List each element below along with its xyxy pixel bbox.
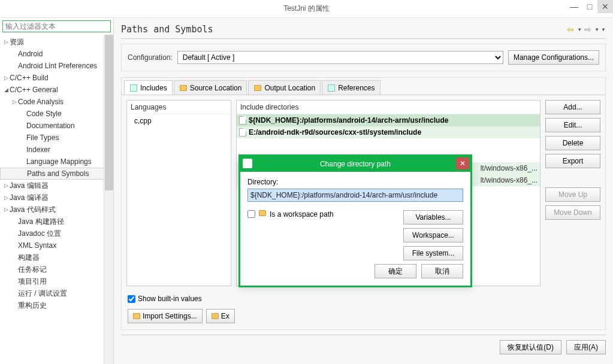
tree-item-label: 运行 / 调试设置 [18, 289, 67, 299]
show-builtin-row: Show built-in values [122, 291, 605, 307]
tree-item[interactable]: Javadoc 位置 [0, 228, 113, 239]
tree-item[interactable]: ◢C/C++ General [0, 84, 113, 96]
delete-button[interactable]: Delete [545, 136, 600, 150]
tree-item-label: 构建器 [18, 253, 40, 263]
apply-button[interactable]: 应用(A) [566, 340, 606, 354]
tree-item[interactable]: 运行 / 调试设置 [0, 287, 113, 299]
tree-item[interactable]: Paths and Symbols [0, 168, 113, 180]
scrollbar[interactable] [104, 35, 113, 364]
workspace-path-checkbox[interactable] [247, 210, 255, 218]
tree-item[interactable]: 任务标记 [0, 263, 113, 275]
view-menu-icon[interactable]: ▼ [601, 27, 606, 32]
tree-item-label: Java 编译器 [10, 193, 49, 203]
tree-item[interactable]: Language Mappings [0, 156, 113, 168]
directory-input[interactable] [247, 189, 463, 202]
configuration-select[interactable]: Default [ Active ] [177, 51, 503, 64]
properties-tree[interactable]: ▷资源AndroidAndroid Lint Preferences▷C/C++… [0, 35, 113, 364]
tree-item-label: Code Style [26, 110, 62, 118]
folder-icon [133, 313, 140, 319]
tree-item[interactable]: ▷C/C++ Build [0, 72, 113, 84]
languages-header: Languages [127, 101, 231, 114]
tree-item-label: Java 代码样式 [10, 205, 56, 215]
modal-cancel-button[interactable]: 取消 [421, 264, 463, 278]
maximize-button[interactable]: □ [582, 0, 597, 13]
expand-icon: ▷ [11, 99, 18, 105]
file-system-button[interactable]: File system... [403, 246, 463, 260]
tree-item[interactable]: ▷Java 编辑器 [0, 180, 113, 192]
expand-icon: ▷ [2, 195, 10, 201]
nav-icons: ⇦▼ ⇨▼ ▼ [566, 25, 606, 34]
modal-close-button[interactable]: ✕ [456, 157, 469, 169]
restore-defaults-button[interactable]: 恢复默认值(D) [500, 340, 561, 354]
window-titlebar: TestJni 的属性 — □ ✕ [0, 0, 613, 18]
import-settings-button[interactable]: Import Settings... [128, 309, 203, 323]
workspace-button[interactable]: Workspace... [403, 228, 463, 242]
tree-item[interactable]: 重构历史 [0, 299, 113, 311]
modal-ok-button[interactable]: 确定 [375, 264, 416, 278]
forward-menu-icon[interactable]: ▼ [594, 27, 599, 32]
tree-item[interactable]: Code Style [0, 108, 113, 120]
move-down-button[interactable]: Move Down [545, 205, 600, 220]
variables-button[interactable]: Variables... [403, 210, 463, 225]
tree-item[interactable]: XML Syntax [0, 239, 113, 251]
tree-item-label: 项目引用 [18, 277, 47, 287]
languages-list[interactable]: c,cpp [127, 114, 231, 286]
modal-footer: 确定 取消 [247, 264, 463, 278]
tree-item-label: Indexer [26, 145, 50, 154]
filter-input[interactable] [2, 20, 111, 32]
tree-item[interactable]: 构建器 [0, 251, 113, 263]
minimize-button[interactable]: — [566, 0, 582, 13]
tree-item-label: Language Mappings [26, 157, 92, 166]
modal-body: Directory: Is a workspace path Variables… [240, 172, 470, 286]
tree-item[interactable]: Android Lint Preferences [0, 60, 113, 72]
forward-icon[interactable]: ⇨ [583, 25, 593, 34]
tree-item-label: Android [18, 50, 43, 58]
tree-item[interactable]: ▷Java 代码样式 [0, 204, 113, 216]
directory-label: Directory: [247, 178, 463, 186]
configuration-label: Configuration: [128, 53, 173, 62]
include-row[interactable]: ${NDK_HOME}:/platforms/android-14/arch-a… [237, 114, 540, 126]
includes-header: Include directories [237, 101, 540, 114]
add-button[interactable]: Add... [545, 100, 600, 114]
tree-item[interactable]: 项目引用 [0, 275, 113, 287]
edit-button[interactable]: Edit... [545, 118, 600, 132]
tab-references[interactable]: References [322, 80, 380, 95]
filter-wrap [0, 18, 113, 35]
tree-item[interactable]: ▷资源 [0, 36, 113, 48]
tab-source-location[interactable]: Source Location [174, 80, 247, 95]
tree-item[interactable]: Android [0, 48, 113, 60]
tree-item[interactable]: File Types [0, 132, 113, 144]
move-up-button[interactable]: Move Up [545, 187, 600, 202]
show-builtin-label: Show built-in values [138, 295, 202, 303]
tree-item[interactable]: Documentation [0, 120, 113, 132]
tree-item[interactable]: ▷Java 编译器 [0, 192, 113, 204]
scroll-thumb[interactable] [105, 35, 113, 190]
tree-item-label: Java 构建路径 [18, 217, 64, 227]
tree-item[interactable]: ▷Code Analysis [0, 96, 113, 108]
languages-column: Languages c,cpp [126, 100, 231, 286]
tree-item-label: Javadoc 位置 [18, 229, 61, 239]
tree-item-label: 重构历史 [18, 301, 47, 311]
include-row[interactable]: E:/android-ndk-r9d/sources/cxx-stl/syste… [237, 126, 540, 138]
page-title: Paths and Symbols [121, 24, 566, 35]
expand-icon: ◢ [2, 87, 10, 93]
back-icon[interactable]: ⇦ [566, 25, 575, 34]
export-settings-button[interactable]: Ex [206, 309, 235, 323]
manage-configurations-button[interactable]: Manage Configurations... [508, 50, 599, 65]
modal-title: Change directory path [320, 160, 391, 168]
titlebar-controls: — □ ✕ [566, 0, 613, 13]
tree-item-label: Android Lint Preferences [18, 62, 97, 70]
tree-item-label: C/C++ General [10, 86, 58, 94]
tree-item[interactable]: Indexer [0, 144, 113, 156]
folder-icon [253, 84, 262, 92]
tree-item-label: 资源 [10, 37, 24, 47]
show-builtin-checkbox[interactable] [128, 295, 135, 303]
tab-output-location[interactable]: Output Location [248, 80, 321, 95]
close-button[interactable]: ✕ [597, 0, 613, 13]
tree-item-label: XML Syntax [18, 241, 56, 250]
language-item[interactable]: c,cpp [134, 117, 224, 125]
back-menu-icon[interactable]: ▼ [577, 27, 582, 32]
tree-item[interactable]: Java 构建路径 [0, 216, 113, 228]
export-button[interactable]: Export [545, 154, 600, 168]
tab-includes[interactable]: Includes [124, 80, 173, 95]
